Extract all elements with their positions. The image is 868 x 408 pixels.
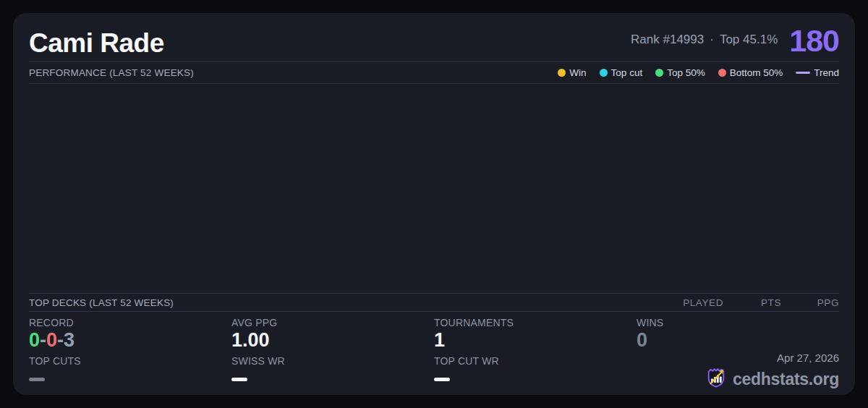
- card-date: Apr 27, 2026: [705, 352, 839, 364]
- legend-label: Bottom 50%: [730, 67, 783, 78]
- win-dot-icon: [558, 69, 566, 77]
- legend-label: Win: [569, 67, 586, 78]
- legend-label: Trend: [814, 67, 839, 78]
- top-cuts-empty-dash: [29, 378, 45, 381]
- top-percent-label: Top 45.1%: [720, 33, 778, 47]
- top-50-dot-icon: [655, 69, 663, 77]
- brand-name: cedhstats.org: [733, 370, 839, 389]
- performance-section-title: PERFORMANCE (LAST 52 WEEKS): [29, 67, 194, 78]
- legend-label: Top 50%: [667, 67, 705, 78]
- top-decks-section-header: TOP DECKS (LAST 52 WEEKS) PLAYED PTS PPG: [29, 294, 839, 312]
- legend-item-top-50: Top 50%: [655, 67, 705, 78]
- top-cut-wr-label: TOP CUT WR: [434, 355, 637, 367]
- player-stats-card: Cami Rade Rank #14993 · Top 45.1% 180 PE…: [13, 13, 855, 395]
- avg-ppg-value: 1.00: [231, 330, 434, 351]
- column-header-pts: PTS: [723, 297, 781, 308]
- header-right: Rank #14993 · Top 45.1% 180: [631, 26, 839, 56]
- record-separator: -: [40, 329, 46, 351]
- chart-legend: Win Top cut Top 50% Bottom 50% Trend: [558, 67, 839, 78]
- record-label: RECORD: [29, 317, 231, 328]
- bottom-50-dot-icon: [718, 69, 726, 77]
- swiss-wr-label: SWISS WR: [231, 355, 434, 367]
- stat-column-record: RECORD 0-0-3 TOP CUTS: [29, 317, 231, 381]
- legend-item-win: Win: [558, 67, 586, 78]
- cedhstats-shield-logo-icon: [705, 367, 727, 391]
- player-name: Cami Rade: [29, 30, 164, 56]
- stat-column-avg-ppg: AVG PPG 1.00 SWISS WR: [231, 317, 434, 381]
- wins-value: 0: [637, 330, 839, 351]
- brand-row: cedhstats.org: [705, 367, 839, 391]
- tournaments-value: 1: [434, 330, 637, 351]
- record-draws: 3: [64, 329, 75, 351]
- performance-chart: [29, 84, 839, 294]
- tournaments-label: TOURNAMENTS: [434, 317, 637, 328]
- record-losses: 0: [46, 329, 57, 351]
- performance-section-header: PERFORMANCE (LAST 52 WEEKS) Win Top cut …: [29, 62, 839, 84]
- player-rating: 180: [789, 26, 839, 56]
- rank-label: Rank #14993: [631, 33, 704, 47]
- column-header-ppg: PPG: [781, 297, 839, 308]
- stat-column-tournaments: TOURNAMENTS 1 TOP CUT WR: [434, 317, 637, 381]
- rank-line: Rank #14993 · Top 45.1%: [631, 33, 778, 47]
- legend-item-trend: Trend: [796, 67, 839, 78]
- top-cut-dot-icon: [600, 69, 608, 77]
- avg-ppg-label: AVG PPG: [231, 317, 434, 328]
- record-value: 0-0-3: [29, 330, 231, 351]
- legend-item-bottom-50: Bottom 50%: [718, 67, 783, 78]
- record-wins: 0: [29, 329, 40, 351]
- trend-line-icon: [796, 72, 810, 74]
- legend-label: Top cut: [611, 67, 643, 78]
- legend-item-top-cut: Top cut: [600, 67, 643, 78]
- swiss-wr-empty-dash: [231, 378, 247, 381]
- wins-label: WINS: [637, 317, 839, 328]
- rank-separator: ·: [710, 33, 714, 47]
- card-header: Cami Rade Rank #14993 · Top 45.1% 180: [29, 13, 839, 62]
- record-separator: -: [57, 329, 64, 351]
- top-decks-section-title: TOP DECKS (LAST 52 WEEKS): [29, 297, 174, 308]
- column-header-played: PLAYED: [665, 297, 723, 308]
- top-cut-wr-empty-dash: [434, 378, 450, 381]
- card-footer: Apr 27, 2026 cedhstats.org: [705, 352, 839, 391]
- top-decks-column-headers: PLAYED PTS PPG: [665, 297, 839, 308]
- top-cuts-label: TOP CUTS: [29, 355, 231, 367]
